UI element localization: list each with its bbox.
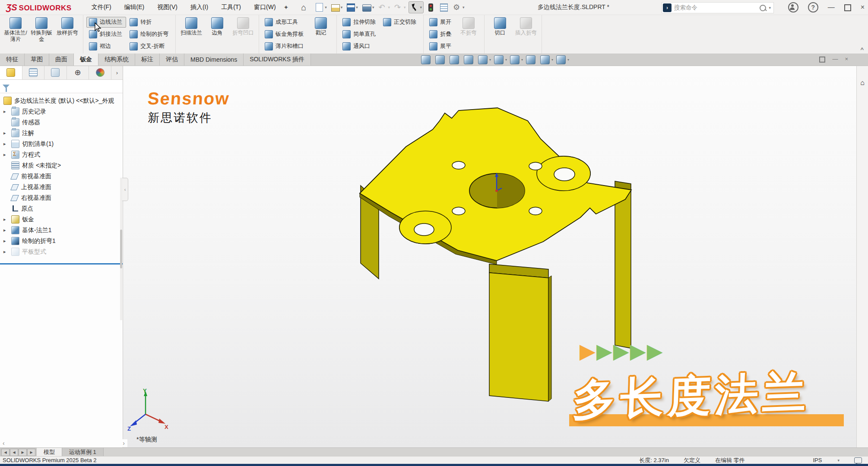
tree-item-history[interactable]: 历史记录 — [0, 106, 123, 117]
new-button[interactable]: ▾ — [314, 2, 328, 13]
rip-button[interactable]: 切口 — [488, 16, 513, 36]
menu-view[interactable]: 视图(V) — [157, 3, 177, 11]
menu-window[interactable]: 窗口(W) — [254, 3, 276, 11]
tab-annotation[interactable]: 标注 — [135, 54, 160, 66]
view-settings-button[interactable]: ▾ — [556, 55, 569, 64]
menu-edit[interactable]: 编辑(E) — [124, 3, 145, 11]
redo-button[interactable]: ▾ — [393, 2, 407, 13]
flatten-button[interactable]: 展平 — [427, 41, 455, 52]
tab-motion-study[interactable]: 运动算例 1 — [62, 448, 104, 457]
undo-button[interactable]: ▾ — [377, 2, 391, 13]
tab-solidworks-addins[interactable]: SOLIDWORKS 插件 — [244, 54, 311, 66]
featuremanager-tab[interactable] — [0, 66, 22, 79]
stamp-button[interactable]: 戳记 — [308, 16, 333, 36]
menu-tools[interactable]: 工具(T) — [221, 3, 241, 11]
search-input[interactable]: 搜索命令 — [674, 4, 760, 12]
last-tab-button[interactable]: ▶ — [27, 449, 35, 456]
account-icon[interactable] — [788, 2, 798, 13]
forming-tool-button[interactable]: 成形工具 — [262, 17, 307, 28]
jog-button[interactable]: 转折 — [127, 17, 172, 28]
restore-button[interactable] — [844, 4, 851, 11]
units-caret-icon[interactable]: ▾ — [837, 458, 839, 463]
extruded-cut-button[interactable]: 拉伸切除 — [340, 17, 380, 28]
tree-horizontal-scrollbar[interactable]: ‹› — [0, 439, 127, 447]
tree-item-flat-pattern[interactable]: 平板型式 — [0, 246, 123, 257]
menu-file[interactable]: 文件(F) — [92, 3, 111, 11]
unfold-button[interactable]: 展开 — [427, 17, 455, 28]
first-tab-button[interactable]: ◀ — [1, 449, 10, 456]
ribbon-collapse-icon[interactable]: ^ — [860, 46, 864, 53]
edit-appearance-button[interactable] — [526, 55, 537, 64]
doc-restore-icon[interactable] — [819, 57, 825, 63]
fold-button[interactable]: 折叠 — [427, 29, 455, 40]
lofted-bend-button[interactable]: 放样折弯 — [55, 16, 80, 36]
view-orientation-button[interactable]: ▾ — [478, 55, 491, 64]
save-button[interactable]: ▾ — [345, 2, 359, 13]
tree-item-origin[interactable]: 原点 — [0, 203, 123, 214]
tab-model[interactable]: 模型 — [37, 448, 62, 457]
search-icon[interactable] — [760, 5, 766, 11]
command-search-box[interactable]: › 搜索命令 ▾ — [662, 2, 774, 13]
tab-features[interactable]: 特征 — [0, 54, 25, 66]
tree-item-material[interactable]: 材质 <未指定> — [0, 160, 123, 171]
sketched-bend-button[interactable]: 绘制的折弯 — [127, 29, 172, 40]
search-caret-icon[interactable]: ▾ — [769, 6, 771, 10]
expand-arrow-icon[interactable] — [3, 130, 9, 136]
expand-arrow-icon[interactable] — [3, 217, 9, 222]
appearances-icon[interactable] — [858, 141, 867, 149]
panel-splitter-handle[interactable]: ‹ — [122, 178, 128, 201]
print-button[interactable]: ▾ — [361, 2, 376, 13]
zoom-area-button[interactable] — [435, 55, 447, 64]
expand-arrow-icon[interactable] — [3, 238, 9, 244]
tab-surfaces[interactable]: 曲面 — [49, 54, 74, 66]
open-button[interactable]: ▾ — [330, 2, 344, 13]
tree-item-top-plane[interactable]: 上视基准面 — [0, 182, 123, 192]
home-button[interactable] — [300, 2, 312, 13]
doc-close-icon[interactable]: × — [845, 55, 848, 63]
help-icon[interactable]: ? — [808, 2, 818, 13]
miter-flange-button[interactable]: 斜接法兰 — [86, 29, 126, 40]
doc-minimize-icon[interactable]: — — [832, 55, 838, 63]
tab-sheet-metal[interactable]: 钣金 — [74, 54, 98, 66]
tree-item-sketched-bend1[interactable]: 绘制的折弯1 — [0, 236, 123, 246]
no-bends-button[interactable]: 不折弯 — [456, 16, 481, 36]
dimxpertmanager-tab[interactable]: ⊕ — [67, 66, 89, 79]
displaymanager-tab[interactable] — [89, 66, 111, 79]
panel-tabs-expand-icon[interactable]: › — [111, 66, 123, 79]
normal-cut-button[interactable]: 正交切除 — [380, 17, 420, 28]
tree-item-cutlist[interactable]: 切割清单(1) — [0, 139, 123, 149]
file-explorer-icon[interactable] — [858, 110, 867, 118]
tab-and-slot-button[interactable]: 薄片和槽口 — [262, 41, 307, 52]
expand-arrow-icon[interactable] — [3, 249, 9, 255]
tree-item-annotations[interactable]: 注解 — [0, 128, 123, 139]
tab-sketch[interactable]: 草图 — [25, 54, 49, 66]
display-style-button[interactable]: ▾ — [494, 55, 507, 64]
propertymanager-tab[interactable] — [22, 66, 45, 79]
close-button[interactable]: × — [861, 0, 865, 15]
convert-to-sheet-metal-button[interactable]: 转换到钣金 — [29, 16, 54, 43]
swept-flange-button[interactable]: 扫描法兰 — [179, 16, 204, 36]
expand-arrow-icon[interactable] — [3, 141, 9, 147]
cross-break-button[interactable]: 交叉-折断 — [127, 41, 172, 52]
tree-item-front-plane[interactable]: 前视基准面 — [0, 171, 123, 182]
zoom-fit-button[interactable] — [421, 55, 432, 64]
tree-item-equations[interactable]: 方程式 — [0, 149, 123, 160]
apply-scene-button[interactable]: ▾ — [540, 55, 553, 64]
status-units[interactable]: IPS — [813, 457, 822, 463]
sheet-metal-gusset-button[interactable]: 钣金角撑板 — [262, 29, 307, 40]
solidworks-resources-icon[interactable]: ⌂ — [858, 79, 867, 87]
tab-evaluate[interactable]: 评估 — [160, 54, 184, 66]
expand-arrow-icon[interactable] — [3, 152, 9, 157]
pin-icon[interactable]: ✦ — [284, 4, 289, 11]
rollback-bar[interactable] — [0, 263, 123, 264]
minimize-button[interactable]: — — [828, 0, 835, 15]
corner-button[interactable]: 边角 — [205, 16, 230, 36]
edge-flange-button[interactable]: 边线法兰 — [86, 17, 126, 28]
custom-properties-icon[interactable] — [858, 156, 867, 164]
bend-notch-button[interactable]: 折弯凹口 — [231, 16, 256, 36]
tree-root-part[interactable]: 多边线法兰长度 (默认) <<默认>_外观 — [0, 95, 123, 106]
tree-filter[interactable] — [0, 80, 123, 93]
vent-button[interactable]: 通风口 — [340, 41, 380, 52]
insert-bends-button[interactable]: 插入折弯 — [513, 16, 539, 36]
options-button[interactable]: ▾ — [452, 2, 466, 13]
